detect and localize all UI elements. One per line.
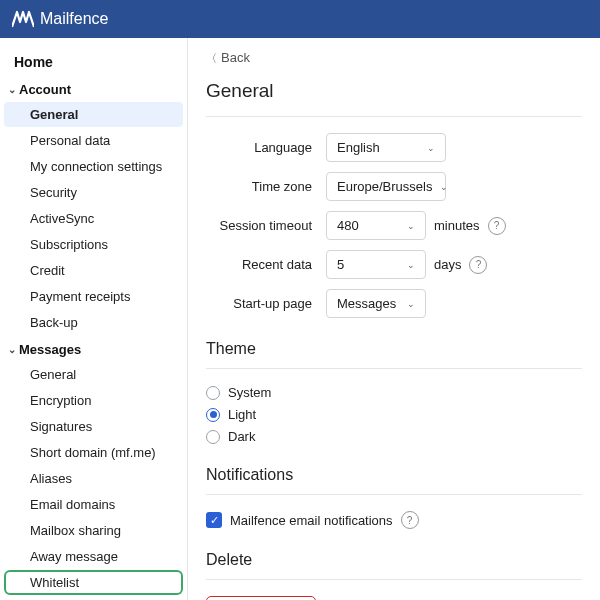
sidebar-item-activesync[interactable]: ActiveSync [4, 206, 183, 231]
select-session-timeout[interactable]: 480 ⌄ [326, 211, 426, 240]
sidebar-item-connection-settings[interactable]: My connection settings [4, 154, 183, 179]
sidebar-item-whitelist[interactable]: Whitelist [4, 570, 183, 595]
radio-icon [206, 408, 220, 422]
field-startup-page: Start-up page Messages ⌄ [206, 289, 582, 318]
label-timezone: Time zone [206, 179, 326, 194]
radio-theme-dark[interactable]: Dark [206, 429, 582, 444]
sidebar-item-email-domains[interactable]: Email domains [4, 492, 183, 517]
radio-theme-light[interactable]: Light [206, 407, 582, 422]
sidebar-item-filters[interactable]: Filters [4, 596, 183, 600]
main-content: 〈Back General Language English ⌄ Time zo… [188, 38, 600, 600]
divider [206, 116, 582, 117]
label-session-timeout: Session timeout [206, 218, 326, 233]
sidebar-item-general[interactable]: General [4, 102, 183, 127]
sidebar-group-messages[interactable]: ⌄ Messages [0, 336, 187, 361]
sidebar-item-security[interactable]: Security [4, 180, 183, 205]
chevron-down-icon: ⌄ [407, 299, 415, 309]
help-icon[interactable]: ? [469, 256, 487, 274]
label-language: Language [206, 140, 326, 155]
select-language-value: English [337, 140, 380, 155]
select-startup-page-value: Messages [337, 296, 396, 311]
sidebar-item-mailbox-sharing[interactable]: Mailbox sharing [4, 518, 183, 543]
chevron-down-icon: ⌄ [440, 182, 448, 192]
sidebar-item-personal-data[interactable]: Personal data [4, 128, 183, 153]
back-link[interactable]: 〈Back [206, 46, 582, 70]
sidebar-item-backup[interactable]: Back-up [4, 310, 183, 335]
sidebar-item-credit[interactable]: Credit [4, 258, 183, 283]
field-recent-data: Recent data 5 ⌄ days ? [206, 250, 582, 279]
delete-button[interactable] [206, 596, 316, 600]
chevron-down-icon: ⌄ [8, 344, 16, 355]
unit-days: days [434, 257, 461, 272]
help-icon[interactable]: ? [488, 217, 506, 235]
sidebar-group-account[interactable]: ⌄ Account [0, 76, 187, 101]
select-timezone[interactable]: Europe/Brussels ⌄ [326, 172, 446, 201]
select-recent-data-value: 5 [337, 257, 344, 272]
select-startup-page[interactable]: Messages ⌄ [326, 289, 426, 318]
brand-logo: Mailfence [12, 10, 108, 28]
radio-label: Light [228, 407, 256, 422]
sidebar-item-short-domain[interactable]: Short domain (mf.me) [4, 440, 183, 465]
sidebar-group-label: Account [19, 82, 71, 97]
mailfence-logo-icon [12, 10, 34, 28]
checkbox-label: Mailfence email notifications [230, 513, 393, 528]
select-timezone-value: Europe/Brussels [337, 179, 432, 194]
radio-icon [206, 386, 220, 400]
chevron-down-icon: ⌄ [407, 221, 415, 231]
select-session-timeout-value: 480 [337, 218, 359, 233]
label-recent-data: Recent data [206, 257, 326, 272]
chevron-down-icon: ⌄ [8, 84, 16, 95]
checkbox-email-notifications[interactable]: ✓ Mailfence email notifications ? [206, 511, 582, 529]
sidebar-home[interactable]: Home [0, 48, 187, 76]
sidebar-item-aliases[interactable]: Aliases [4, 466, 183, 491]
unit-minutes: minutes [434, 218, 480, 233]
field-session-timeout: Session timeout 480 ⌄ minutes ? [206, 211, 582, 240]
sidebar-item-signatures[interactable]: Signatures [4, 414, 183, 439]
divider [206, 368, 582, 369]
brand-name: Mailfence [40, 10, 108, 28]
sidebar-item-away-message[interactable]: Away message [4, 544, 183, 569]
divider [206, 579, 582, 580]
chevron-down-icon: ⌄ [427, 143, 435, 153]
select-language[interactable]: English ⌄ [326, 133, 446, 162]
back-label: Back [221, 50, 250, 65]
field-timezone: Time zone Europe/Brussels ⌄ [206, 172, 582, 201]
radio-icon [206, 430, 220, 444]
help-icon[interactable]: ? [401, 511, 419, 529]
sidebar-item-msg-general[interactable]: General [4, 362, 183, 387]
sidebar-item-payment-receipts[interactable]: Payment receipts [4, 284, 183, 309]
sidebar-item-encryption[interactable]: Encryption [4, 388, 183, 413]
radio-theme-system[interactable]: System [206, 385, 582, 400]
sidebar-item-subscriptions[interactable]: Subscriptions [4, 232, 183, 257]
label-startup-page: Start-up page [206, 296, 326, 311]
chevron-down-icon: ⌄ [407, 260, 415, 270]
section-title-general: General [206, 80, 582, 102]
divider [206, 494, 582, 495]
sidebar: Home ⌄ Account General Personal data My … [0, 38, 188, 600]
section-title-delete: Delete [206, 551, 582, 569]
radio-label: Dark [228, 429, 255, 444]
section-title-theme: Theme [206, 340, 582, 358]
radio-label: System [228, 385, 271, 400]
section-title-notifications: Notifications [206, 466, 582, 484]
field-language: Language English ⌄ [206, 133, 582, 162]
sidebar-group-label: Messages [19, 342, 81, 357]
select-recent-data[interactable]: 5 ⌄ [326, 250, 426, 279]
checkbox-checked-icon: ✓ [206, 512, 222, 528]
topbar: Mailfence [0, 0, 600, 38]
chevron-left-icon: 〈 [206, 52, 217, 64]
